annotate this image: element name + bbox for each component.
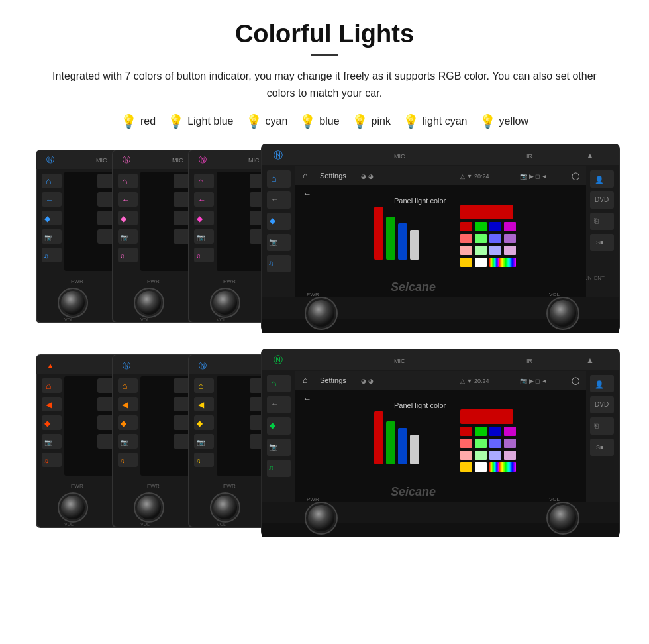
svg-rect-258 (489, 451, 501, 460)
svg-text:⎗: ⎗ (594, 217, 599, 225)
color-item-red: 💡 red (121, 113, 156, 129)
svg-rect-256 (460, 451, 472, 460)
svg-text:PWR: PWR (223, 278, 236, 284)
blue-bulb-icon: 💡 (299, 113, 316, 129)
svg-rect-29 (118, 174, 138, 188)
svg-point-66 (213, 291, 237, 315)
svg-text:⌂: ⌂ (46, 176, 51, 186)
color-item-yellow: 💡 yellow (479, 113, 528, 129)
svg-text:◆: ◆ (197, 214, 203, 223)
svg-rect-246 (410, 435, 419, 464)
description-text: Integrated with 7 colors of button indic… (26, 68, 623, 101)
svg-text:▲: ▲ (586, 356, 594, 365)
svg-rect-99 (295, 166, 586, 302)
svg-text:PWR: PWR (147, 278, 160, 284)
svg-point-267 (308, 505, 334, 531)
svg-rect-129 (499, 258, 516, 267)
svg-text:Ⓝ: Ⓝ (199, 361, 207, 370)
svg-text:◆: ◆ (121, 214, 127, 223)
page-container: Colorful Lights Integrated with 7 colors… (0, 0, 649, 573)
svg-rect-253 (475, 439, 487, 448)
svg-text:Ⓝ: Ⓝ (46, 155, 54, 164)
blue-label: blue (319, 115, 339, 127)
svg-rect-210 (262, 359, 619, 370)
svg-rect-124 (489, 246, 501, 255)
svg-text:⌂: ⌂ (198, 176, 203, 186)
svg-rect-248 (460, 427, 472, 436)
svg-text:Seicane: Seicane (391, 280, 436, 294)
page-title: Colorful Lights (26, 20, 623, 48)
svg-text:←: ← (46, 195, 54, 205)
svg-text:PWR: PWR (147, 483, 160, 489)
svg-text:♫: ♫ (44, 252, 49, 260)
svg-text:Ⓝ: Ⓝ (199, 155, 207, 164)
svg-text:⌂: ⌂ (198, 380, 203, 391)
svg-text:📷: 📷 (44, 233, 53, 242)
svg-text:◆: ◆ (44, 419, 51, 428)
svg-point-133 (308, 300, 334, 327)
svg-text:VOL: VOL (549, 292, 560, 297)
svg-text:VOL: VOL (64, 317, 74, 322)
svg-text:MIC: MIC (248, 157, 260, 164)
svg-text:👤: 👤 (595, 380, 604, 389)
color-item-cyan: 💡 cyan (246, 113, 288, 129)
svg-rect-145 (42, 397, 62, 411)
red-label: red (140, 115, 156, 127)
lightcyan-label: light cyan (423, 115, 468, 127)
svg-rect-251 (504, 427, 516, 436)
svg-text:◀: ◀ (198, 400, 205, 409)
svg-text:◀: ◀ (122, 400, 128, 409)
svg-text:VOL: VOL (217, 317, 226, 322)
svg-text:VOL: VOL (140, 317, 150, 322)
svg-rect-5 (42, 174, 62, 188)
svg-text:📷: 📷 (197, 233, 205, 242)
svg-rect-259 (504, 451, 516, 460)
cyan-bulb-icon: 💡 (246, 113, 262, 129)
svg-text:←: ← (303, 394, 311, 403)
svg-text:Settings: Settings (320, 172, 346, 180)
svg-text:Settings: Settings (320, 376, 346, 384)
svg-text:📷: 📷 (269, 237, 278, 246)
red-bulb-icon: 💡 (121, 113, 137, 129)
svg-text:Seicane: Seicane (391, 485, 436, 498)
svg-text:⌂: ⌂ (46, 380, 51, 391)
svg-text:♫: ♫ (120, 457, 125, 464)
svg-text:DVD: DVD (595, 401, 609, 408)
svg-rect-109 (374, 207, 383, 260)
title-section: Colorful Lights (26, 20, 623, 56)
svg-text:△ ▼ 20:24: △ ▼ 20:24 (460, 378, 489, 384)
svg-text:⌂: ⌂ (122, 176, 127, 186)
svg-rect-247 (460, 409, 513, 424)
svg-text:DVD: DVD (595, 196, 609, 203)
svg-text:📷 ▶ ◻ ◄: 📷 ▶ ◻ ◄ (520, 377, 547, 385)
svg-rect-263 (499, 462, 516, 472)
svg-text:⎗: ⎗ (594, 421, 599, 429)
color-item-lightblue: 💡 Light blue (168, 113, 233, 129)
svg-text:◕ ◕: ◕ ◕ (361, 378, 374, 384)
svg-text:♫: ♫ (268, 464, 274, 472)
svg-text:Ⓝ: Ⓝ (274, 150, 283, 160)
svg-text:PWR: PWR (307, 292, 319, 297)
svg-rect-166 (118, 378, 138, 393)
svg-text:♫: ♫ (268, 259, 274, 267)
svg-text:♫: ♫ (44, 457, 49, 464)
svg-rect-127 (475, 258, 487, 267)
svg-text:IR: IR (526, 153, 533, 160)
svg-text:⌂: ⌂ (271, 378, 276, 388)
svg-rect-110 (386, 217, 395, 260)
svg-rect-143 (42, 378, 62, 393)
svg-point-179 (137, 496, 161, 519)
yellow-label: yellow (499, 115, 528, 127)
svg-rect-53 (194, 174, 214, 188)
bottom-device-row: ▲ ⌂ ◀ ◆ 📷 ♫ PWR VOL (26, 349, 623, 540)
svg-point-269 (550, 505, 576, 531)
svg-rect-111 (398, 223, 407, 260)
svg-rect-252 (460, 439, 472, 448)
svg-rect-119 (475, 234, 487, 243)
top-device-row: Ⓝ MIC ⌂ ← ◆ 📷 ♫ PWR VOL (26, 144, 623, 335)
title-divider (311, 54, 338, 56)
lightblue-label: Light blue (187, 115, 233, 127)
yellow-bulb-icon: 💡 (479, 113, 496, 129)
svg-text:▲: ▲ (46, 361, 54, 370)
svg-text:△ ▼ 20:24: △ ▼ 20:24 (460, 173, 489, 180)
